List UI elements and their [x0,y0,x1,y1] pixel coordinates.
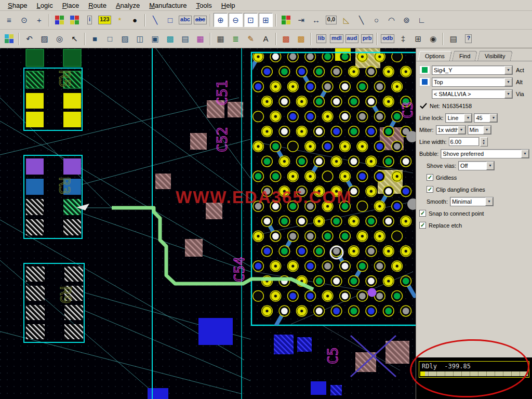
alt-class-swatch [419,77,430,86]
shape-lines-button[interactable]: ▤ [178,32,192,46]
odb-button[interactable]: odb [380,32,395,46]
move-target-button[interactable]: + [32,13,46,27]
menu-logic[interactable]: Logic [32,1,58,10]
angle-button[interactable]: ∟ [415,13,429,27]
chevron-down-icon[interactable]: ▼ [458,126,466,134]
zoom-fit-button[interactable]: ⊞ [259,13,273,27]
chevron-down-icon[interactable]: ▼ [504,66,512,74]
fix-button[interactable]: ▩ [279,32,293,46]
via-select[interactable]: < SMALLVIA > ▼ [432,89,513,99]
tab-visibility[interactable]: Visibility [477,51,513,61]
keyboard-button[interactable]: ▤ [446,32,460,46]
info-button[interactable]: i [83,13,97,27]
miter-mode-select[interactable]: Min ▼ [468,125,491,135]
help-button[interactable]: ? [461,32,475,46]
color-edit-button[interactable]: ✎ [244,32,258,46]
shape-checker-button[interactable]: ▦ [193,32,207,46]
snap-checkbox[interactable]: ✓ [419,210,426,217]
stretch-button[interactable]: ⇥ [294,13,308,27]
line-lock-angle-select[interactable]: 45 ▼ [474,113,498,123]
grid-toggle-button[interactable]: ▦ [214,32,228,46]
slide-button[interactable]: ╲ [354,13,368,27]
snapshot-button[interactable]: ◉ [426,32,440,46]
shape-hatch-button[interactable]: ▨ [37,32,51,46]
active-class-select[interactable]: Sig4_Y ▼ [432,65,513,75]
spin-down-icon[interactable]: ▼ [482,142,485,145]
unfix-button[interactable]: ▩ [294,32,308,46]
drill-button[interactable]: ‡ [396,32,410,46]
chevron-down-icon[interactable]: ▼ [504,78,512,86]
shape-outline-button[interactable]: □ [103,32,117,46]
menu-route[interactable]: Route [84,1,111,10]
tab-options[interactable]: Options [418,51,452,61]
mdl-button[interactable]: mdl [329,32,344,46]
lib-button[interactable]: lib [314,32,328,46]
chevron-down-icon[interactable]: ▼ [504,90,512,98]
shape-cyan-button[interactable]: ▩ [163,32,177,46]
shape-filled-button[interactable]: ■ [88,32,102,46]
spacing-button[interactable]: ↔ [309,13,323,27]
line-width-input[interactable] [449,137,479,146]
arc-button[interactable]: ◠ [384,13,398,27]
spin-button[interactable]: ⊚ [400,13,414,27]
line-lock-select[interactable]: Line ▼ [445,113,472,123]
smooth-select[interactable]: Minimal ▼ [450,197,494,206]
zoom-points-button[interactable]: ⊡ [244,13,258,27]
text-setup-button[interactable]: A [259,32,273,46]
tab-find[interactable]: Find [452,51,477,61]
zoom-glass-button[interactable]: ⊙ [17,13,31,27]
chevron-down-icon[interactable]: ▼ [464,114,472,122]
measure-triangle-button[interactable]: ◺ [339,13,353,27]
chevron-down-icon[interactable]: ▼ [483,126,491,134]
color-board-button[interactable] [279,13,293,27]
line-width-spinner[interactable]: ▲ ▼ [480,137,488,147]
chevron-down-icon[interactable]: ▼ [486,162,494,170]
add-line-button[interactable]: ╲ [148,13,162,27]
dock-handle-icon[interactable]: ≡ [2,13,16,27]
svg-text:C5: C5 [325,347,341,364]
color-priority-button[interactable] [68,13,82,27]
add-text-button[interactable]: abc [178,13,192,27]
testprep-button[interactable]: ⊞ [411,32,425,46]
shape-split-button[interactable]: ◫ [133,32,147,46]
zoom-out-button[interactable]: ⊖ [229,13,243,27]
menu-analyze[interactable]: Analyze [111,1,144,10]
bubble-select[interactable]: Shove preferred ▼ [441,149,529,158]
gridless-checkbox[interactable]: ✓ [427,174,433,181]
unrats-button[interactable]: ↶ [22,32,36,46]
menu-tools[interactable]: Tools [191,1,216,10]
color-dialog-button[interactable] [52,13,66,27]
clip-dangling-checkbox[interactable]: ✓ [427,186,433,193]
aud-button[interactable]: aud [345,32,360,46]
chevron-down-icon[interactable]: ▼ [521,150,529,158]
shove-vias-select[interactable]: Off ▼ [458,161,495,170]
coordinate-readout: RDly -399.85 [420,363,528,371]
circle-button[interactable]: ○ [369,13,383,27]
prb-button[interactable]: prb [360,32,374,46]
zoom-in-button[interactable]: ⊕ [214,13,228,27]
menu-help[interactable]: Help [217,1,240,10]
shape-window-button[interactable]: ▣ [148,32,162,46]
chevron-down-icon[interactable]: ▼ [485,197,493,206]
shape-hatched-button[interactable]: ▨ [118,32,132,46]
layer-stack-button[interactable]: ≣ [229,32,243,46]
menu-shape[interactable]: Shape [3,1,32,10]
svg-text:C54: C54 [231,257,247,282]
svg-text:C3: C3 [400,101,416,118]
world-view-button[interactable] [2,32,16,46]
chevron-down-icon[interactable]: ▼ [489,114,497,122]
label-123-button[interactable]: 123 [98,13,112,27]
highlight-button[interactable]: * [113,13,127,27]
add-rect-button[interactable]: □ [163,13,177,27]
menu-manufacture[interactable]: Manufacture [144,1,191,10]
dehighlight-button[interactable]: ● [128,13,142,27]
alt-class-select[interactable]: Top ▼ [432,77,513,87]
donut-button[interactable]: ◎ [52,32,66,46]
pcb-canvas[interactable]: R5 R3 [0,48,416,399]
origin-zero-button[interactable]: 0,0 [324,13,338,27]
miter-select[interactable]: 1x width ▼ [436,125,466,135]
delete-text-button[interactable]: abc [193,13,207,27]
replace-etch-checkbox[interactable]: ✓ [419,222,426,229]
menu-place[interactable]: Place [58,1,84,10]
pointer-button[interactable]: ↖ [68,32,82,46]
